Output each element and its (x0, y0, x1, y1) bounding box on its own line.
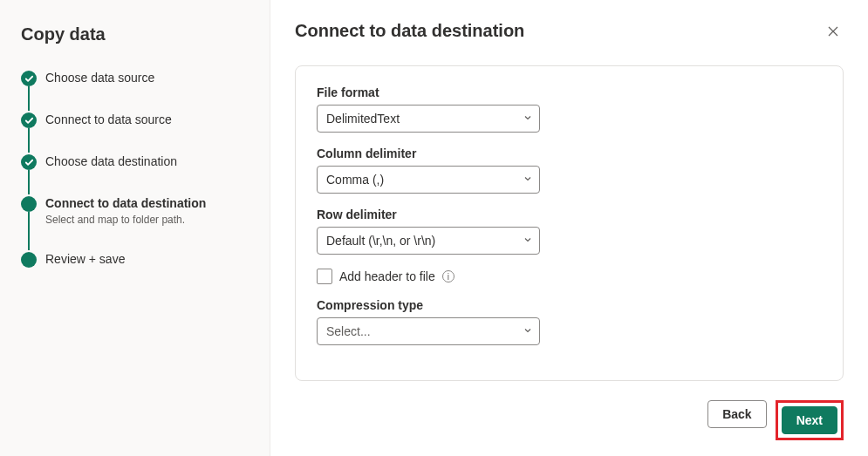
next-button[interactable]: Next (782, 406, 837, 434)
info-icon[interactable]: i (442, 270, 455, 282)
step-label: Review + save (45, 250, 249, 268)
step-label: Connect to data source (45, 111, 249, 128)
steps-list: Choose data source Connect to data sourc… (21, 69, 249, 268)
add-header-checkbox[interactable] (317, 269, 332, 284)
column-delimiter-select[interactable]: Comma (,) (317, 166, 540, 194)
compression-group: Compression type Select... (317, 298, 822, 345)
row-delimiter-group: Row delimiter Default (\r,\n, or \r\n) (317, 208, 822, 255)
checkmark-icon (21, 112, 37, 128)
next-button-highlight: Next (776, 400, 844, 440)
compression-label: Compression type (317, 298, 822, 312)
sidebar: Copy data Choose data source Connect to … (0, 0, 270, 456)
file-format-select[interactable]: DelimitedText (317, 105, 540, 133)
checkmark-icon (21, 154, 37, 170)
sidebar-title: Copy data (21, 24, 249, 44)
step-connect-to-data-destination[interactable]: Connect to data destination Select and m… (21, 194, 249, 250)
step-bullet-icon (21, 252, 37, 268)
compression-select[interactable]: Select... (317, 317, 540, 345)
main-panel: Connect to data destination File format … (270, 0, 868, 456)
add-header-row: Add header to file i (317, 269, 822, 284)
close-button[interactable] (823, 21, 844, 44)
step-label: Connect to data destination (45, 194, 249, 212)
step-choose-data-source[interactable]: Choose data source (21, 69, 249, 111)
step-choose-data-destination[interactable]: Choose data destination (21, 153, 249, 194)
checkmark-icon (21, 71, 37, 86)
back-button[interactable]: Back (707, 400, 766, 428)
close-icon (826, 24, 840, 38)
step-review-save[interactable]: Review + save (21, 250, 249, 268)
file-format-label: File format (317, 85, 822, 99)
column-delimiter-label: Column delimiter (317, 146, 822, 160)
row-delimiter-select[interactable]: Default (\r,\n, or \r\n) (317, 227, 540, 255)
page-title: Connect to data destination (295, 21, 524, 41)
main-header: Connect to data destination (295, 21, 844, 44)
footer: Back Next (295, 386, 844, 440)
add-header-label[interactable]: Add header to file (339, 269, 435, 283)
step-subtitle: Select and map to folder path. (45, 214, 249, 226)
step-connect-to-data-source[interactable]: Connect to data source (21, 111, 249, 153)
file-format-group: File format DelimitedText (317, 85, 822, 133)
step-bullet-icon (21, 196, 37, 212)
form-card: File format DelimitedText Column delimit… (295, 65, 844, 381)
row-delimiter-label: Row delimiter (317, 208, 822, 221)
column-delimiter-group: Column delimiter Comma (,) (317, 146, 822, 194)
step-label: Choose data destination (45, 153, 249, 170)
step-label: Choose data source (45, 69, 249, 86)
